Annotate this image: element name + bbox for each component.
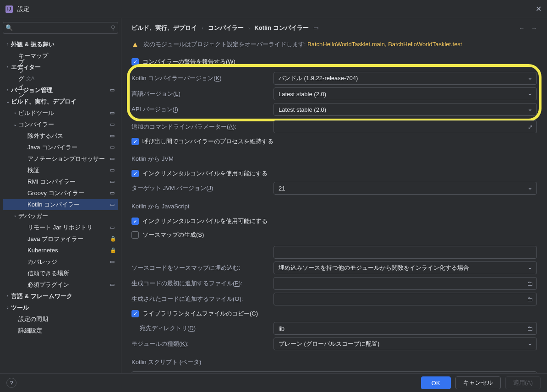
filter-icon[interactable]: ⚲ [111,24,115,31]
sourcemap-file-input[interactable] [274,246,537,259]
dest-dir-label: 宛先ディレクトリ(D) [131,324,274,332]
keep-process-label: 呼び出し間でコンパイラーのプロセスを維持する [142,137,274,146]
apply-button[interactable]: 適用(A) [505,376,541,389]
breadcrumb-1[interactable]: ビルド、実行、デプロイ [131,24,197,32]
sidebar-item[interactable]: リモート Jar リポジトリ▭ [3,222,118,233]
module-marker-icon: ▭ [110,282,115,288]
sidebar-item[interactable]: Groovy コンパイラー▭ [3,187,118,199]
compiler-version-select[interactable]: バンドル (1.9.22-release-704) [274,72,537,85]
sourcemap-label: ソースマップの生成(S) [142,231,204,239]
sidebar-item[interactable]: 必須プラグイン▭ [3,279,118,290]
sidebar-item-label: 外観 & 振る舞い [11,40,116,49]
module-kind-select[interactable]: プレーン (グローバルスコープに配置) [274,338,537,350]
sidebar-item[interactable]: ›バージョン管理▭ [3,84,118,96]
sidebar-item[interactable]: 除外するパス▭ [3,130,118,142]
search-input[interactable] [3,22,118,34]
lang-icon: 文A [26,75,34,82]
sidebar-item[interactable]: Java コンパイラー▭ [3,142,118,153]
cancel-button[interactable]: キャンセル [455,376,501,389]
module-marker-icon: ▭ [110,156,115,162]
chevron-icon: › [12,110,18,115]
window-title: 設定 [17,5,29,13]
sidebar-item-label: カバレッジ [27,258,110,266]
sidebar-item-label: ビルド、実行、デプロイ [11,98,116,106]
lang-version-label: 言語バージョン(L) [131,90,274,98]
report-warnings-checkbox[interactable]: ✓ [131,58,139,65]
target-jvm-select[interactable]: 21 [274,182,537,195]
script-section-title: Kotlin スクリプト (ベータ) [131,358,537,366]
sidebar-item-label: 詳細設定 [18,327,116,335]
cmd-params-input[interactable]: ⤢ [274,120,537,133]
sidebar-item[interactable]: Kubernetes🔒 [3,245,118,256]
embed-source-select[interactable]: 埋め込みソースを持つ他のモジュールから関数をインライン化する場合 [274,261,537,274]
target-jvm-label: ターゲット JVM バージョン(J) [131,184,274,192]
sidebar-item[interactable]: ›言語 & フレームワーク [3,290,118,302]
sidebar-item-label: 除外するパス [27,132,110,140]
chevron-icon: › [5,294,11,299]
module-marker-icon: ▭ [110,201,115,207]
module-marker-icon: ▭ [110,224,115,230]
content-panel: ビルド、実行、デプロイ › コンパイラー › Kotlin コンパイラー ▭ ←… [121,18,547,373]
folder-icon[interactable]: 🗀 [527,325,533,332]
expand-icon[interactable]: ⤢ [528,124,533,131]
sidebar-item[interactable]: プラグイン文A [3,73,118,84]
append-file-input[interactable]: 🗀 [274,293,537,305]
warning-banner: ▲ 次のモジュールはプロジェクト設定をオーバーライドします: BatchHell… [131,40,537,49]
sidebar-item[interactable]: 検証▭ [3,164,118,176]
sidebar-item[interactable]: ⌄コンパイラー▭ [3,119,118,130]
sidebar-item[interactable]: 信頼できる場所 [3,267,118,279]
prepend-file-input[interactable]: 🗀 [274,277,537,290]
sidebar-item-label: Kotlin コンパイラー [27,201,110,209]
chevron-icon: ⌄ [5,99,11,104]
incremental-js-label: インクリメンタルコンパイルを使用可能にする [142,217,268,225]
sidebar-item[interactable]: ›ツール [3,302,118,313]
lang-version-select[interactable]: Latest stable (2.0) [274,87,537,100]
module-marker-icon: ▭ [110,259,115,265]
dest-dir-input[interactable]: lib🗀 [274,322,537,335]
incremental-jvm-label: インクリメンタルコンパイルを使用可能にする [142,169,268,178]
sidebar-item[interactable]: ›デバッガー [3,210,118,222]
jvm-section-title: Kotlin から JVM [131,155,537,163]
folder-icon[interactable]: 🗀 [527,280,533,287]
sidebar-item[interactable]: ›外観 & 振る舞い [3,38,118,50]
sidebar-item[interactable]: アノテーションプロセッサー▭ [3,153,118,164]
compiler-version-label: Kotlin コンパイラーバージョン(K) [131,74,274,82]
app-icon: IJ [5,5,13,13]
incremental-jvm-checkbox[interactable]: ✓ [131,170,139,177]
nav-forward-icon[interactable]: → [531,25,537,32]
ok-button[interactable]: OK [421,376,451,389]
api-version-select[interactable]: Latest stable (2.0) [274,103,537,116]
script-input[interactable] [131,371,537,373]
sidebar-item[interactable]: ›ビルドツール▭ [3,107,118,119]
sidebar-item-label: Kubernetes [27,247,108,254]
sidebar-item[interactable]: 設定の同期 [3,313,118,325]
api-version-label: API バージョン(I) [131,105,274,114]
sidebar-item[interactable]: 詳細設定 [3,325,118,336]
sidebar-item[interactable]: Java プロファイラー🔒 [3,233,118,245]
chevron-right-icon: › [248,25,250,31]
sidebar-item-label: 必須プラグイン [27,281,110,289]
breadcrumb: ビルド、実行、デプロイ › コンパイラー › Kotlin コンパイラー ▭ ←… [131,24,537,32]
breadcrumb-2[interactable]: コンパイラー [208,24,244,32]
embed-source-label: ソースコードをソースマップに埋め込む: [131,264,274,272]
copy-runtime-checkbox[interactable]: ✓ [131,310,139,317]
nav-back-icon[interactable]: ← [519,25,525,32]
chevron-right-icon: › [202,25,203,31]
sidebar-item[interactable]: カバレッジ▭ [3,256,118,267]
sidebar-item[interactable]: RMI コンパイラー▭ [3,176,118,187]
sidebar-item[interactable]: ⌄ビルド、実行、デプロイ [3,96,118,107]
module-marker-icon: ▭ [110,190,115,196]
sidebar-item[interactable]: Kotlin コンパイラー▭ [3,199,118,210]
module-kind-label: モジュールの種類(K): [131,340,274,348]
sidebar-item-label: Java コンパイラー [27,143,110,152]
folder-icon[interactable]: 🗀 [527,296,533,303]
help-button[interactable]: ? [6,378,16,388]
module-marker-icon: ▭ [313,25,318,31]
close-icon[interactable]: ✕ [536,5,542,13]
incremental-js-checkbox[interactable]: ✓ [131,218,139,225]
keep-process-checkbox[interactable]: ✓ [131,138,139,145]
override-modules-link[interactable]: BatchHelloWorldTasklet.main, BatchHelloW… [307,41,462,48]
sourcemap-checkbox[interactable] [131,231,139,239]
module-marker-icon: ▭ [110,167,115,173]
sidebar-item-label: 信頼できる場所 [27,269,116,278]
